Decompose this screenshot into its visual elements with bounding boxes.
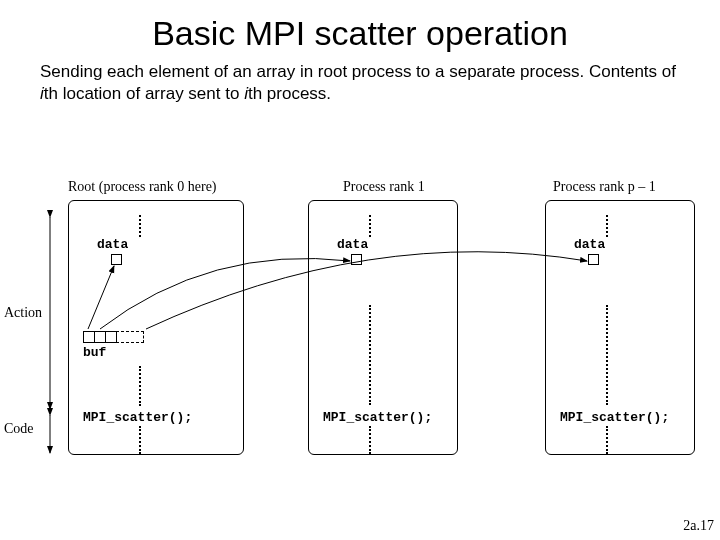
desc-text-1: Sending each element of an array in root…: [40, 62, 676, 81]
procN-data-label: data: [574, 237, 605, 252]
desc-text-2: th location of array sent to: [44, 84, 244, 103]
procN-dotted-mid: [606, 305, 608, 405]
proc1-dotted-top: [369, 215, 371, 237]
proc1-data-box: [351, 254, 362, 265]
procN-label: Process rank p – 1: [553, 179, 656, 195]
procN-dotted-bot: [606, 426, 608, 454]
root-buf-row: [83, 331, 144, 343]
action-label: Action: [4, 305, 42, 321]
procN-data-box: [588, 254, 599, 265]
page-title: Basic MPI scatter operation: [0, 14, 720, 53]
root-data-label: data: [97, 237, 128, 252]
procN-scatter-call: MPI_scatter();: [560, 410, 669, 425]
proc1-scatter-call: MPI_scatter();: [323, 410, 432, 425]
procN-dotted-top: [606, 215, 608, 237]
root-proc-label: Root (process rank 0 here): [68, 179, 217, 195]
proc1-box: data MPI_scatter();: [308, 200, 458, 455]
root-scatter-call: MPI_scatter();: [83, 410, 192, 425]
proc1-data-label: data: [337, 237, 368, 252]
description: Sending each element of an array in root…: [40, 61, 680, 105]
procN-box: data MPI_scatter();: [545, 200, 695, 455]
desc-text-3: th process.: [248, 84, 331, 103]
root-buf-label: buf: [83, 345, 106, 360]
slide-number: 2a.17: [683, 518, 714, 534]
code-label: Code: [4, 421, 34, 437]
proc1-dotted-mid: [369, 305, 371, 405]
root-data-box: [111, 254, 122, 265]
proc1-dotted-bot: [369, 426, 371, 454]
proc1-label: Process rank 1: [343, 179, 425, 195]
root-dotted-top: [139, 215, 141, 237]
scatter-diagram: Action Code Root (process rank 0 here) d…: [0, 175, 720, 475]
root-dotted-bot: [139, 426, 141, 454]
buf-cell-rest: [116, 331, 144, 343]
root-process-box: data buf MPI_scatter();: [68, 200, 244, 455]
root-dotted-mid: [139, 366, 141, 406]
